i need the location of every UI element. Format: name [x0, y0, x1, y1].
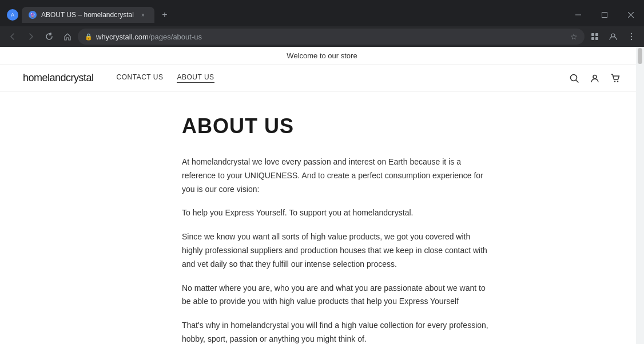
cart-icon[interactable]: [610, 73, 621, 84]
page-body: At homelandcrystal we love every passion…: [182, 155, 492, 344]
svg-point-11: [631, 39, 632, 40]
account-icon[interactable]: [589, 73, 601, 84]
close-button[interactable]: [618, 3, 644, 26]
svg-point-10: [631, 36, 632, 37]
announcement-bar: Welcome to our store: [0, 47, 644, 65]
svg-rect-1: [602, 13, 607, 18]
new-tab-button[interactable]: +: [157, 7, 173, 23]
url-path: /pages/about-us: [149, 33, 202, 41]
nav-about-us[interactable]: ABOUT US: [177, 73, 214, 83]
window-controls: [565, 3, 644, 26]
address-bar-row: 🔒 whycrystall.com/pages/about-us ☆: [0, 26, 644, 47]
profile-button[interactable]: [605, 29, 621, 45]
tab-close-button[interactable]: ×: [138, 10, 148, 19]
paragraph-2: To help you Express Yourself. To support…: [182, 206, 492, 220]
home-button[interactable]: [59, 29, 75, 45]
minimize-button[interactable]: [565, 3, 591, 26]
tab-title: ABOUT US – homelandcrystal: [41, 11, 134, 19]
paragraph-3: Since we know you want all sorts of high…: [182, 230, 492, 271]
tab-favicon-icon: 🔮: [29, 11, 37, 19]
url-text: whycrystall.com/pages/about-us: [96, 33, 567, 41]
site-logo[interactable]: homelandcrystal: [23, 72, 94, 84]
scrollbar[interactable]: [636, 47, 644, 344]
site-header: homelandcrystal CONTACT US ABOUT US: [0, 65, 644, 91]
secure-icon: 🔒: [85, 33, 93, 41]
menu-button[interactable]: [623, 29, 639, 45]
profile-circle: A: [7, 9, 18, 21]
announcement-text: Welcome to our store: [287, 51, 357, 60]
url-domain: whycrystall.com: [96, 33, 149, 41]
scrollbar-thumb[interactable]: [638, 48, 642, 64]
svg-point-9: [631, 33, 632, 34]
maximize-button[interactable]: [591, 3, 618, 26]
nav-contact-us[interactable]: CONTACT US: [117, 73, 164, 83]
svg-point-14: [593, 75, 597, 78]
site-nav: CONTACT US ABOUT US: [117, 73, 569, 83]
page-title: ABOUT US: [182, 114, 492, 138]
paragraph-5: That's why in homelandcrystal you will f…: [182, 319, 492, 344]
page-content: ABOUT US At homelandcrystal we love ever…: [0, 91, 515, 344]
svg-rect-4: [591, 33, 594, 36]
extensions-button[interactable]: [587, 29, 603, 45]
bookmark-icon[interactable]: ☆: [570, 32, 578, 41]
svg-point-15: [614, 81, 615, 82]
forward-button[interactable]: [23, 29, 39, 45]
svg-rect-5: [595, 33, 598, 36]
svg-line-13: [577, 80, 579, 82]
search-icon[interactable]: [569, 73, 580, 84]
website-content: Welcome to our store homelandcrystal CON…: [0, 47, 644, 344]
paragraph-4: No matter where you are, who you are and…: [182, 282, 492, 309]
back-button[interactable]: [5, 29, 21, 45]
paragraph-1: At homelandcrystal we love every passion…: [182, 155, 492, 196]
reload-button[interactable]: [41, 29, 57, 45]
profile-initial: A: [11, 12, 14, 18]
svg-rect-6: [591, 37, 594, 40]
svg-point-16: [617, 81, 618, 82]
header-actions: [569, 73, 621, 84]
svg-rect-7: [595, 37, 598, 40]
tab-favicon: 🔮: [30, 13, 35, 18]
tab-bar: A 🔮 ABOUT US – homelandcrystal × +: [0, 0, 644, 26]
svg-rect-0: [575, 15, 581, 15]
svg-point-12: [571, 74, 577, 81]
url-bar[interactable]: 🔒 whycrystall.com/pages/about-us ☆: [78, 29, 585, 45]
active-tab[interactable]: 🔮 ABOUT US – homelandcrystal ×: [22, 7, 154, 23]
